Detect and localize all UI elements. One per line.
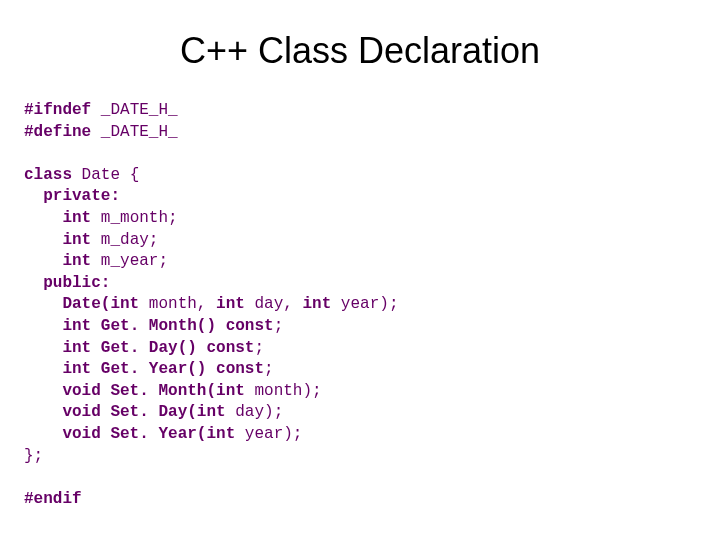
kw-const: const bbox=[216, 360, 264, 378]
code-text: _DATE_H_ bbox=[91, 101, 177, 119]
kw-void: void bbox=[24, 403, 101, 421]
kw-class: class bbox=[24, 166, 72, 184]
code-text: Date { bbox=[72, 166, 139, 184]
fn-getday: Get. Day() bbox=[91, 339, 206, 357]
code-text: year); bbox=[235, 425, 302, 443]
fn-getyear: Get. Year() bbox=[91, 360, 216, 378]
kw-const: const bbox=[206, 339, 254, 357]
code-text: m_year; bbox=[91, 252, 168, 270]
kw-void: void bbox=[24, 425, 101, 443]
fn-setday: Set. Day(int bbox=[101, 403, 226, 421]
kw-int: int bbox=[302, 295, 331, 313]
kw-endif: #endif bbox=[24, 490, 82, 508]
code-text: month, bbox=[139, 295, 216, 313]
fn-setmonth: Set. Month(int bbox=[101, 382, 245, 400]
code-text: day, bbox=[245, 295, 303, 313]
kw-int: int bbox=[24, 209, 91, 227]
kw-int: int bbox=[24, 231, 91, 249]
fn-setyear: Set. Year(int bbox=[101, 425, 235, 443]
slide-title: C++ Class Declaration bbox=[24, 30, 696, 72]
kw-void: void bbox=[24, 382, 101, 400]
kw-int: int bbox=[24, 317, 91, 335]
code-text: m_month; bbox=[91, 209, 177, 227]
code-block: #ifndef _DATE_H_ #define _DATE_H_ class … bbox=[24, 100, 696, 510]
code-text: _DATE_H_ bbox=[91, 123, 177, 141]
code-text: month); bbox=[245, 382, 322, 400]
kw-define: #define bbox=[24, 123, 91, 141]
code-text: day); bbox=[226, 403, 284, 421]
code-text: ; bbox=[274, 317, 284, 335]
slide: C++ Class Declaration #ifndef _DATE_H_ #… bbox=[0, 0, 720, 510]
fn-getmonth: Get. Month() bbox=[91, 317, 225, 335]
kw-int: int bbox=[216, 295, 245, 313]
code-text: }; bbox=[24, 447, 43, 465]
kw-public: public: bbox=[24, 274, 110, 292]
kw-const: const bbox=[226, 317, 274, 335]
code-text: ; bbox=[264, 360, 274, 378]
kw-ifndef: #ifndef bbox=[24, 101, 91, 119]
code-text: ; bbox=[254, 339, 264, 357]
kw-int: int bbox=[24, 339, 91, 357]
code-text: year); bbox=[331, 295, 398, 313]
kw-int: int bbox=[24, 252, 91, 270]
kw-private: private: bbox=[24, 187, 120, 205]
fn-date: Date(int bbox=[24, 295, 139, 313]
kw-int: int bbox=[24, 360, 91, 378]
code-text: m_day; bbox=[91, 231, 158, 249]
